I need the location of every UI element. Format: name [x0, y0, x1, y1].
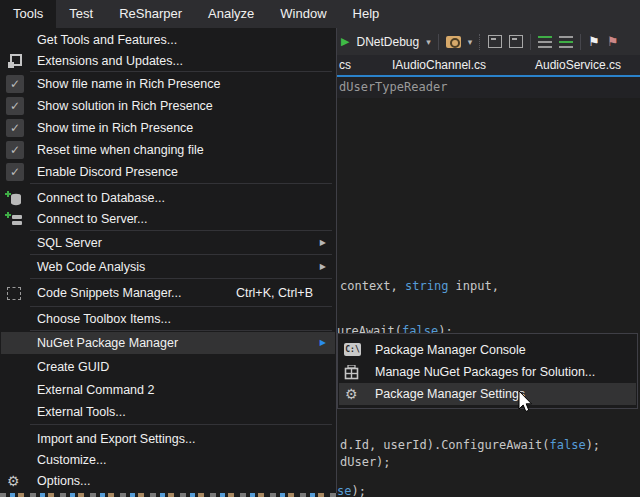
increase-indent-icon[interactable]: [559, 36, 573, 48]
menu-separator: [30, 183, 332, 184]
tab-audioservice[interactable]: AudioService.cs: [535, 55, 621, 75]
menu-separator: [30, 424, 332, 425]
type-name-text: dUserTypeReader: [339, 80, 447, 94]
copy-structure-icon[interactable]: [509, 35, 523, 48]
server-icon: [5, 211, 25, 228]
menu-item-choose-toolbox-items[interactable]: Choose Toolbox Items...: [1, 308, 335, 330]
gear-icon: ⚙: [345, 383, 358, 405]
toolbar-separator: [580, 34, 581, 50]
menu-item-label: Options...: [37, 474, 91, 488]
menu-item-label: Web Code Analysis: [37, 260, 145, 274]
menu-item-label: Import and Export Settings...: [37, 432, 195, 446]
tab-partial[interactable]: cs: [339, 55, 351, 75]
menu-item-label: SQL Server: [37, 236, 102, 250]
checkmark-icon: ✓: [6, 119, 24, 137]
menu-separator: [30, 71, 332, 72]
menu-item-enable-discord-presence[interactable]: ✓ Enable Discord Presence: [1, 161, 335, 183]
menubar-item-analyze[interactable]: Analyze: [195, 0, 267, 28]
menu-item-label: Package Manager Console: [375, 343, 526, 357]
code-keyword: false: [550, 438, 586, 452]
menu-item-label: NuGet Package Manager: [37, 336, 178, 350]
menu-item-label: Choose Toolbox Items...: [37, 312, 171, 326]
navigate-selection-icon[interactable]: [488, 35, 502, 48]
chevron-down-icon[interactable]: ▾: [426, 37, 431, 47]
menu-item-label: Package Manager Settings: [375, 387, 525, 401]
menu-item-sql-server[interactable]: SQL Server ▶: [1, 232, 335, 254]
nuget-submenu: C:\ Package Manager Console Manage NuGet…: [337, 333, 638, 409]
code-text: );: [586, 438, 600, 452]
code-line: d.Id, userId).ConfigureAwait(false);: [340, 438, 600, 452]
menu-item-label: External Tools...: [37, 405, 126, 419]
submenu-item-package-manager-settings[interactable]: ⚙ Package Manager Settings: [339, 383, 636, 405]
menu-item-label: Connect to Server...: [37, 212, 147, 226]
code-text: );: [351, 484, 365, 497]
menubar-item-window[interactable]: Window: [267, 0, 339, 28]
submenu-item-manage-nuget-packages[interactable]: Manage NuGet Packages for Solution...: [339, 361, 636, 383]
menu-item-label: External Command 2: [37, 383, 154, 397]
code-keyword: se: [337, 484, 351, 497]
tab-iaudiochannel[interactable]: IAudioChannel.cs: [392, 55, 486, 75]
tools-menu: Get Tools and Features... Extensions and…: [0, 28, 337, 493]
menu-item-extensions-and-updates[interactable]: Extensions and Updates...: [1, 50, 335, 72]
menu-item-label: Extensions and Updates...: [37, 54, 183, 68]
checkmark-icon: ✓: [6, 75, 24, 93]
menu-item-label: Code Snippets Manager...: [37, 286, 182, 300]
menu-item-label: Get Tools and Features...: [37, 33, 177, 47]
submenu-arrow-icon: ▶: [320, 332, 326, 354]
menubar-item-help[interactable]: Help: [340, 0, 393, 28]
menu-item-label: Connect to Database...: [37, 191, 165, 205]
menu-item-external-tools[interactable]: External Tools...: [1, 401, 335, 423]
checkmark-icon: ✓: [6, 141, 24, 159]
decrease-indent-icon[interactable]: [538, 36, 552, 48]
next-bookmark-icon[interactable]: ⚑: [607, 34, 619, 49]
menu-item-reset-time[interactable]: ✓ Reset time when changing file: [1, 139, 335, 161]
clipped-code-strip: [0, 493, 337, 497]
menu-item-label: Show solution in Rich Presence: [37, 99, 213, 113]
menu-item-web-code-analysis[interactable]: Web Code Analysis ▶: [1, 256, 335, 278]
toolbar-separator: [530, 34, 531, 50]
menu-item-show-file-name[interactable]: ✓ Show file name in Rich Presence: [1, 73, 335, 95]
document-tab-strip: cs IAudioChannel.cs AudioService.cs: [337, 55, 640, 75]
menu-item-external-command-2[interactable]: External Command 2: [1, 379, 335, 401]
menu-item-options[interactable]: ⚙ Options...: [1, 470, 335, 492]
editor-navigation-bar: dUserTypeReader: [337, 77, 640, 98]
search-folder-icon[interactable]: [446, 36, 461, 48]
nuget-package-icon: [344, 365, 360, 380]
menu-item-connect-to-server[interactable]: Connect to Server...: [1, 208, 335, 230]
menu-item-nuget-package-manager[interactable]: NuGet Package Manager ▶: [1, 332, 335, 354]
menu-item-get-tools-and-features[interactable]: Get Tools and Features...: [1, 29, 335, 51]
menu-separator: [30, 330, 332, 331]
menu-item-label: Show time in Rich Presence: [37, 121, 193, 135]
menubar-item-resharper[interactable]: ReSharper: [106, 0, 195, 28]
run-configuration-dropdown[interactable]: DNetDebug: [356, 35, 419, 49]
menu-item-code-snippets-manager[interactable]: Code Snippets Manager... Ctrl+K, Ctrl+B: [1, 282, 335, 304]
menu-separator: [30, 278, 332, 279]
menu-separator: [30, 254, 332, 255]
toolbar-separator: [438, 34, 439, 50]
console-icon: C:\: [344, 343, 361, 356]
checkmark-icon: ✓: [6, 163, 24, 181]
menu-item-label: Customize...: [37, 453, 106, 467]
menu-item-label: Enable Discord Presence: [37, 165, 178, 179]
menu-item-create-guid[interactable]: Create GUID: [1, 356, 335, 378]
submenu-item-package-manager-console[interactable]: C:\ Package Manager Console: [339, 339, 636, 361]
code-line: context, string input,: [340, 279, 499, 293]
menubar-item-test[interactable]: Test: [56, 0, 106, 28]
code-text: d.Id, userId).ConfigureAwait(: [340, 438, 550, 452]
checkmark-icon: ✓: [6, 97, 24, 115]
chevron-down-icon[interactable]: ▾: [468, 37, 473, 47]
menu-item-show-solution[interactable]: ✓ Show solution in Rich Presence: [1, 95, 335, 117]
menu-item-customize[interactable]: Customize...: [1, 449, 335, 471]
menu-item-connect-to-database[interactable]: Connect to Database...: [1, 187, 335, 209]
menu-item-import-export-settings[interactable]: Import and Export Settings...: [1, 428, 335, 450]
start-debug-icon[interactable]: ▶: [341, 35, 349, 48]
menubar-item-tools[interactable]: Tools: [0, 0, 56, 28]
menu-item-show-time[interactable]: ✓ Show time in Rich Presence: [1, 117, 335, 139]
code-text: dUser);: [340, 455, 391, 469]
menu-item-label: Reset time when changing file: [37, 143, 204, 157]
menu-item-label: Create GUID: [37, 360, 109, 374]
code-text: context,: [340, 279, 405, 293]
mouse-cursor: [517, 390, 533, 414]
database-icon: [5, 190, 25, 207]
bookmark-icon[interactable]: ⚑: [588, 34, 600, 49]
